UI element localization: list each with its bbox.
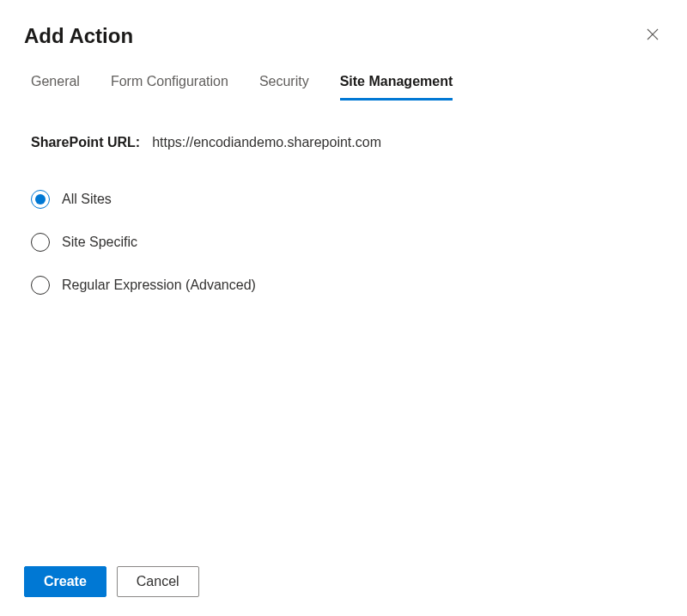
- tab-content: SharePoint URL: https://encodiandemo.sha…: [24, 101, 663, 295]
- tab-security[interactable]: Security: [259, 74, 309, 101]
- sharepoint-url-row: SharePoint URL: https://encodiandemo.sha…: [31, 135, 663, 150]
- tabs: General Form Configuration Security Site…: [24, 74, 663, 101]
- radio-icon: [31, 276, 50, 295]
- dialog-title: Add Action: [24, 24, 133, 48]
- radio-all-sites[interactable]: All Sites: [31, 190, 663, 209]
- radio-site-specific[interactable]: Site Specific: [31, 233, 663, 252]
- site-scope-radio-group: All Sites Site Specific Regular Expressi…: [31, 190, 663, 295]
- sharepoint-url-label: SharePoint URL:: [31, 135, 140, 150]
- dialog-header: Add Action: [24, 24, 663, 48]
- tab-form-configuration[interactable]: Form Configuration: [111, 74, 228, 101]
- radio-regex[interactable]: Regular Expression (Advanced): [31, 276, 663, 295]
- create-button[interactable]: Create: [24, 566, 106, 597]
- radio-icon: [31, 233, 50, 252]
- sharepoint-url-value: https://encodiandemo.sharepoint.com: [152, 135, 381, 150]
- radio-label-regex: Regular Expression (Advanced): [62, 278, 256, 293]
- tab-site-management[interactable]: Site Management: [340, 74, 453, 101]
- radio-label-site-specific: Site Specific: [62, 235, 137, 250]
- cancel-button[interactable]: Cancel: [117, 566, 199, 597]
- close-button[interactable]: [642, 24, 663, 45]
- tab-general[interactable]: General: [31, 74, 80, 101]
- close-icon: [646, 27, 660, 41]
- radio-dot-icon: [35, 194, 46, 204]
- radio-icon: [31, 190, 50, 209]
- dialog-footer: Create Cancel: [24, 566, 199, 597]
- radio-label-all-sites: All Sites: [62, 192, 112, 207]
